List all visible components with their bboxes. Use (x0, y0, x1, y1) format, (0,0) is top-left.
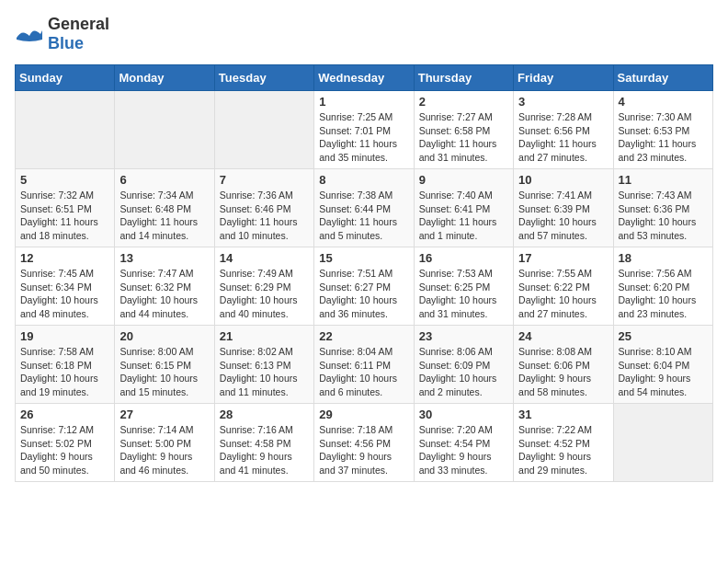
logo-text: GeneralBlue (48, 15, 109, 53)
day-number: 30 (419, 408, 508, 421)
weekday-header-tuesday: Tuesday (214, 65, 313, 91)
day-info: Sunrise: 7:28 AMSunset: 6:56 PMDaylight:… (518, 110, 608, 165)
calendar-cell: 31Sunrise: 7:22 AMSunset: 4:52 PMDayligh… (514, 404, 613, 482)
day-info: Sunrise: 7:22 AMSunset: 4:52 PMDaylight:… (518, 423, 608, 477)
day-number: 8 (319, 173, 408, 187)
calendar-cell: 16Sunrise: 7:53 AMSunset: 6:25 PMDayligh… (414, 247, 513, 326)
day-info: Sunrise: 8:10 AMSunset: 6:04 PMDaylight:… (619, 345, 708, 399)
day-info: Sunrise: 7:20 AMSunset: 4:54 PMDaylight:… (419, 423, 508, 477)
logo-text-blue: Blue (48, 34, 84, 52)
weekday-header-friday: Friday (514, 65, 613, 91)
day-info: Sunrise: 8:02 AMSunset: 6:13 PMDaylight:… (220, 345, 309, 399)
day-number: 9 (419, 173, 508, 187)
day-number: 15 (319, 251, 408, 265)
calendar-cell: 14Sunrise: 7:49 AMSunset: 6:29 PMDayligh… (214, 247, 313, 326)
calendar-cell: 17Sunrise: 7:55 AMSunset: 6:22 PMDayligh… (514, 247, 613, 326)
day-info: Sunrise: 7:41 AMSunset: 6:39 PMDaylight:… (518, 189, 608, 243)
calendar-cell (214, 91, 313, 169)
page-header: GeneralBlue (15, 15, 713, 53)
day-number: 24 (518, 329, 608, 343)
day-number: 27 (119, 408, 209, 421)
calendar-cell: 11Sunrise: 7:43 AMSunset: 6:36 PMDayligh… (613, 169, 712, 247)
day-number: 17 (518, 251, 608, 265)
day-number: 19 (20, 329, 109, 343)
day-number: 29 (319, 408, 408, 421)
calendar-cell: 12Sunrise: 7:45 AMSunset: 6:34 PMDayligh… (16, 247, 115, 326)
day-number: 3 (518, 95, 608, 109)
day-info: Sunrise: 7:53 AMSunset: 6:25 PMDaylight:… (419, 267, 508, 321)
calendar-cell: 4Sunrise: 7:30 AMSunset: 6:53 PMDaylight… (613, 91, 712, 169)
day-number: 4 (619, 95, 708, 109)
day-number: 12 (20, 251, 109, 265)
weekday-header-wednesday: Wednesday (314, 65, 414, 91)
weekday-header-monday: Monday (115, 65, 214, 91)
calendar-cell: 26Sunrise: 7:12 AMSunset: 5:02 PMDayligh… (16, 404, 115, 482)
week-row-2: 5Sunrise: 7:32 AMSunset: 6:51 PMDaylight… (16, 169, 713, 247)
calendar-cell: 24Sunrise: 8:08 AMSunset: 6:06 PMDayligh… (514, 326, 613, 404)
day-info: Sunrise: 7:51 AMSunset: 6:27 PMDaylight:… (319, 267, 408, 321)
logo-text-general: General (48, 15, 109, 33)
day-info: Sunrise: 7:40 AMSunset: 6:41 PMDaylight:… (419, 189, 508, 243)
day-number: 5 (20, 173, 109, 187)
day-info: Sunrise: 7:56 AMSunset: 6:20 PMDaylight:… (619, 267, 708, 321)
day-info: Sunrise: 8:08 AMSunset: 6:06 PMDaylight:… (518, 345, 608, 399)
day-number: 1 (319, 95, 408, 109)
day-info: Sunrise: 7:43 AMSunset: 6:36 PMDaylight:… (619, 189, 708, 243)
day-number: 26 (20, 408, 109, 421)
calendar-cell: 25Sunrise: 8:10 AMSunset: 6:04 PMDayligh… (613, 326, 712, 404)
day-info: Sunrise: 7:12 AMSunset: 5:02 PMDaylight:… (20, 423, 109, 477)
day-info: Sunrise: 7:25 AMSunset: 7:01 PMDaylight:… (319, 110, 408, 165)
day-number: 21 (220, 329, 309, 343)
day-number: 25 (619, 329, 708, 343)
week-row-3: 12Sunrise: 7:45 AMSunset: 6:34 PMDayligh… (16, 247, 713, 326)
calendar-cell: 5Sunrise: 7:32 AMSunset: 6:51 PMDaylight… (16, 169, 115, 247)
calendar-cell: 29Sunrise: 7:18 AMSunset: 4:56 PMDayligh… (314, 404, 414, 482)
day-info: Sunrise: 8:06 AMSunset: 6:09 PMDaylight:… (419, 345, 508, 399)
calendar-cell (613, 404, 712, 482)
day-info: Sunrise: 7:27 AMSunset: 6:58 PMDaylight:… (419, 110, 508, 165)
day-number: 13 (119, 251, 209, 265)
day-number: 22 (319, 329, 408, 343)
day-info: Sunrise: 7:34 AMSunset: 6:48 PMDaylight:… (119, 189, 209, 243)
calendar-cell: 10Sunrise: 7:41 AMSunset: 6:39 PMDayligh… (514, 169, 613, 247)
day-number: 18 (619, 251, 708, 265)
calendar-cell: 2Sunrise: 7:27 AMSunset: 6:58 PMDaylight… (414, 91, 513, 169)
calendar-cell: 20Sunrise: 8:00 AMSunset: 6:15 PMDayligh… (115, 326, 214, 404)
weekday-header-sunday: Sunday (16, 65, 115, 91)
day-info: Sunrise: 7:55 AMSunset: 6:22 PMDaylight:… (518, 267, 608, 321)
calendar-cell (16, 91, 115, 169)
calendar-cell: 6Sunrise: 7:34 AMSunset: 6:48 PMDaylight… (115, 169, 214, 247)
day-info: Sunrise: 7:14 AMSunset: 5:00 PMDaylight:… (119, 423, 209, 477)
calendar-cell: 13Sunrise: 7:47 AMSunset: 6:32 PMDayligh… (115, 247, 214, 326)
calendar-cell: 28Sunrise: 7:16 AMSunset: 4:58 PMDayligh… (214, 404, 313, 482)
day-info: Sunrise: 7:32 AMSunset: 6:51 PMDaylight:… (20, 189, 109, 243)
day-number: 6 (119, 173, 209, 187)
calendar-cell: 1Sunrise: 7:25 AMSunset: 7:01 PMDaylight… (314, 91, 414, 169)
day-number: 10 (518, 173, 608, 187)
day-info: Sunrise: 7:36 AMSunset: 6:46 PMDaylight:… (220, 189, 309, 243)
day-number: 16 (419, 251, 508, 265)
calendar-cell (115, 91, 214, 169)
logo-icon (15, 19, 44, 49)
calendar-cell: 7Sunrise: 7:36 AMSunset: 6:46 PMDaylight… (214, 169, 313, 247)
day-info: Sunrise: 7:38 AMSunset: 6:44 PMDaylight:… (319, 189, 408, 243)
calendar-cell: 27Sunrise: 7:14 AMSunset: 5:00 PMDayligh… (115, 404, 214, 482)
calendar: SundayMondayTuesdayWednesdayThursdayFrid… (15, 64, 713, 482)
day-number: 23 (419, 329, 508, 343)
weekday-header-saturday: Saturday (613, 65, 712, 91)
day-info: Sunrise: 7:18 AMSunset: 4:56 PMDaylight:… (319, 423, 408, 477)
calendar-cell: 18Sunrise: 7:56 AMSunset: 6:20 PMDayligh… (613, 247, 712, 326)
day-info: Sunrise: 7:58 AMSunset: 6:18 PMDaylight:… (20, 345, 109, 399)
day-number: 31 (518, 408, 608, 421)
calendar-cell: 15Sunrise: 7:51 AMSunset: 6:27 PMDayligh… (314, 247, 414, 326)
calendar-cell: 9Sunrise: 7:40 AMSunset: 6:41 PMDaylight… (414, 169, 513, 247)
calendar-cell: 22Sunrise: 8:04 AMSunset: 6:11 PMDayligh… (314, 326, 414, 404)
weekday-header-thursday: Thursday (414, 65, 513, 91)
weekday-header-row: SundayMondayTuesdayWednesdayThursdayFrid… (16, 65, 713, 91)
week-row-4: 19Sunrise: 7:58 AMSunset: 6:18 PMDayligh… (16, 326, 713, 404)
calendar-cell: 21Sunrise: 8:02 AMSunset: 6:13 PMDayligh… (214, 326, 313, 404)
calendar-cell: 19Sunrise: 7:58 AMSunset: 6:18 PMDayligh… (16, 326, 115, 404)
day-info: Sunrise: 7:45 AMSunset: 6:34 PMDaylight:… (20, 267, 109, 321)
day-number: 14 (220, 251, 309, 265)
day-number: 28 (220, 408, 309, 421)
